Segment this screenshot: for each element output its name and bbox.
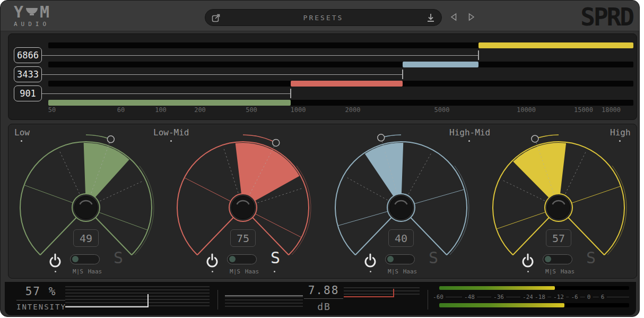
toggle-knob[interactable] — [72, 256, 79, 262]
meter-scale-label-6: 6 — [599, 294, 607, 300]
intensity-underline — [16, 300, 65, 300]
power-icon — [49, 253, 62, 269]
haas-label-low: Haas — [88, 268, 102, 275]
toggle-knob[interactable] — [387, 256, 394, 262]
freq-axis-label-5000: 5000 — [434, 106, 450, 114]
ms-label-low: M|S — [73, 268, 83, 275]
power-on-dot-high-mid — [370, 271, 371, 272]
crossover-line-901 — [42, 93, 291, 94]
dial-guide-dash — [59, 150, 79, 193]
intensity-label: INTENSITY — [16, 303, 65, 311]
preset-name[interactable]: PRESETS — [205, 14, 441, 22]
band-power-button-high-mid[interactable] — [364, 253, 377, 269]
ms-label-high: M|S — [545, 268, 556, 275]
intensity-slider-track[interactable] — [65, 286, 210, 307]
meter-scale-label--6: -6 — [569, 294, 580, 300]
crossover-value-6866[interactable]: 6866 — [14, 47, 42, 63]
ms-haas-toggle-low[interactable] — [70, 254, 100, 264]
dial-notch-edge — [197, 218, 233, 255]
haas-label-high: Haas — [561, 268, 575, 275]
band-range-high-mid[interactable] — [403, 62, 478, 67]
solo-button-low[interactable]: S — [114, 250, 123, 267]
solo-button-high-mid[interactable]: S — [429, 250, 438, 267]
ms-label-low-mid: M|S — [230, 268, 240, 275]
gain-handle[interactable] — [393, 289, 394, 297]
ms-haas-toggle-high[interactable] — [543, 254, 572, 264]
brand-letter-y: Y — [14, 5, 24, 20]
crossover-line-6866 — [42, 55, 478, 56]
spread-value-low-mid[interactable]: 75 — [230, 229, 256, 247]
dial-axis-line — [99, 212, 147, 230]
freq-axis-label-100: 100 — [155, 106, 167, 114]
intensity-slider-handle[interactable] — [147, 294, 149, 307]
rotation-handle[interactable] — [273, 139, 280, 146]
footer-bar: 57 % INTENSITY 7.88 dB -60-48-36-24-18-1… — [5, 282, 636, 315]
spread-value-high-mid[interactable]: 40 — [388, 229, 414, 247]
band-track-high-mid[interactable] — [48, 62, 633, 67]
gain-value[interactable]: 7.88 — [300, 284, 347, 297]
crossover-handle-6866[interactable] — [478, 50, 479, 60]
meter-bar-right — [439, 303, 629, 307]
band-power-button-high[interactable] — [521, 253, 534, 269]
footer-divider-1 — [217, 290, 218, 310]
band-range-low[interactable] — [48, 100, 291, 106]
spread-value-high[interactable]: 57 — [546, 229, 571, 247]
freq-axis-label-2000: 2000 — [345, 106, 361, 114]
meter-scale-label--36: -36 — [491, 294, 506, 300]
knob-body[interactable] — [232, 196, 255, 219]
meter-scale-label-0: 0 — [585, 294, 593, 300]
toggle-knob[interactable] — [545, 256, 551, 262]
footer-divider-2 — [428, 290, 428, 310]
band-range-low-mid[interactable] — [291, 81, 403, 87]
gain-negative-track[interactable] — [225, 296, 303, 307]
crossover-handle-3433[interactable] — [402, 70, 403, 79]
solo-button-low-mid[interactable]: S — [271, 250, 280, 267]
dial-guide-dash — [223, 147, 238, 193]
freq-axis-label-60: 60 — [117, 106, 125, 114]
preset-next-button[interactable] — [467, 13, 476, 22]
crossover-value-901[interactable]: 901 — [14, 85, 42, 101]
solo-button-high[interactable]: S — [586, 250, 596, 267]
solo-on-dot-low-mid — [274, 271, 275, 272]
export-preset-icon[interactable] — [212, 13, 221, 22]
dial-outer-arc — [292, 166, 311, 255]
knob-body[interactable] — [547, 196, 570, 219]
preset-bar[interactable]: PRESETS — [205, 9, 442, 26]
toggle-knob[interactable] — [229, 256, 236, 262]
preset-prev-button[interactable] — [449, 13, 458, 22]
power-on-dot-high — [527, 271, 529, 272]
band-splitter-panel: 6866343390150601002005001000200050001000… — [8, 33, 637, 120]
meter-scale-label--18: -18 — [533, 294, 547, 300]
rotation-handle[interactable] — [107, 136, 114, 143]
band-power-button-low[interactable] — [49, 253, 62, 269]
ms-label-high-mid: M|S — [388, 268, 398, 275]
next-arrow-icon — [468, 13, 475, 21]
crossover-handle-901[interactable] — [290, 89, 291, 98]
meter-scale-label--60: -60 — [431, 294, 446, 300]
meter-bar-left — [439, 286, 629, 290]
spread-wedge-high-mid — [365, 143, 403, 196]
power-icon — [206, 253, 219, 269]
dial-guide-dash — [345, 177, 388, 200]
bowl-icon — [25, 5, 39, 19]
power-on-dot-low — [55, 271, 56, 272]
ms-haas-toggle-low-mid[interactable] — [227, 254, 257, 264]
rotation-handle[interactable] — [378, 134, 385, 141]
rotation-handle[interactable] — [532, 135, 538, 142]
dial-axis-line — [185, 178, 230, 201]
band-range-high[interactable] — [478, 42, 633, 48]
knob-body[interactable] — [75, 196, 98, 219]
gain-positive-track[interactable] — [344, 287, 420, 296]
band-power-button-low-mid[interactable] — [206, 253, 219, 269]
crossover-value-3433[interactable]: 3433 — [14, 66, 42, 82]
brand-letter-m: M — [40, 5, 50, 20]
knob-body[interactable] — [390, 196, 413, 219]
intensity-slider-level — [65, 306, 147, 307]
gain-unit: dB — [304, 301, 344, 312]
dial-axis-line — [338, 211, 387, 225]
save-preset-icon[interactable] — [427, 13, 435, 22]
spread-value-low[interactable]: 49 — [73, 229, 99, 247]
power-icon — [364, 253, 377, 269]
ms-haas-toggle-high-mid[interactable] — [385, 254, 415, 264]
freq-axis-label-200: 200 — [194, 106, 206, 114]
